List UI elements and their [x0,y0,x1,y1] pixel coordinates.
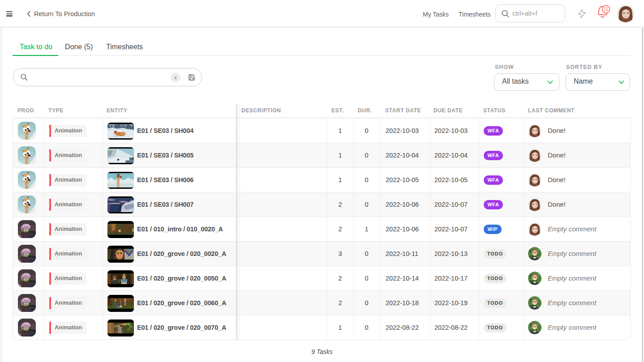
svg-text:11: 11 [604,7,609,12]
